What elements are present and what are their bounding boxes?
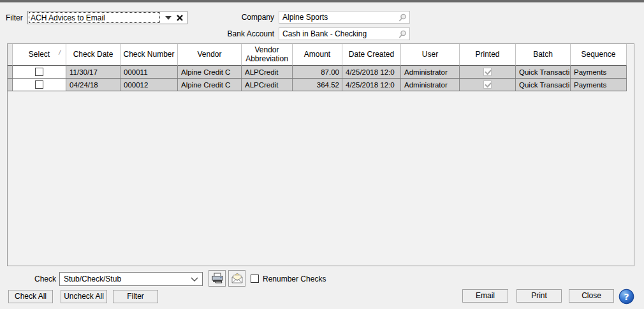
bank-account-value[interactable]: Cash in Bank - Checking [282, 29, 395, 38]
filter-button[interactable]: Filter [113, 290, 158, 303]
check-label: Check [13, 275, 56, 283]
column-header-sequence[interactable]: Sequence [571, 44, 627, 66]
column-header-label: Select [29, 50, 50, 59]
help-icon[interactable]: ? [618, 289, 634, 305]
open-envelope-icon [231, 273, 244, 284]
column-header-date-created[interactable]: Date Created [342, 44, 401, 66]
check-all-button[interactable]: Check All [8, 290, 53, 303]
column-header-vendor-abbreviation[interactable]: Vendor Abbreviation [242, 44, 293, 66]
cell-amount: 87.00 [293, 66, 342, 79]
column-header-amount[interactable]: Amount [293, 44, 342, 66]
cell-printed [460, 66, 516, 79]
cell-vendor: Alpine Credit C [178, 66, 242, 79]
column-header-printed[interactable]: Printed [460, 44, 516, 66]
email-button[interactable]: Email [462, 289, 508, 303]
checks-table: Select / Check Date Check Number Vendor … [7, 43, 634, 266]
clear-filter-icon[interactable] [175, 13, 184, 22]
cell-printed [460, 79, 516, 91]
filter-focus-rect [29, 12, 160, 23]
bank-account-field[interactable]: Cash in Bank - Checking [279, 27, 410, 40]
table-corner-cell [8, 44, 13, 66]
search-icon[interactable] [397, 29, 407, 40]
cell-batch: Quick Transacti [516, 79, 571, 91]
close-button[interactable]: Close [569, 289, 614, 303]
renumber-checks-label: Renumber Checks [263, 275, 326, 283]
cell-user: Administrator [401, 66, 460, 79]
cell-amount: 364.52 [293, 79, 342, 91]
check-format-value[interactable]: Stub/Check/Stub [64, 275, 187, 283]
select-checkbox[interactable] [35, 68, 43, 76]
company-label: Company [191, 13, 274, 22]
help-glyph: ? [624, 292, 629, 302]
column-header-check-date[interactable]: Check Date [66, 44, 121, 66]
window-top-edge [0, 0, 644, 3]
check-format-select[interactable]: Stub/Check/Stub [59, 272, 203, 286]
cell-vendor-abbreviation: ALPCredit [242, 66, 293, 79]
column-header-check-number[interactable]: Check Number [121, 44, 178, 66]
filter-label: Filter [6, 13, 23, 22]
print-checks-button[interactable] [209, 270, 226, 287]
row-header[interactable] [8, 79, 13, 91]
chevron-down-icon[interactable] [165, 16, 172, 20]
column-header-vendor[interactable]: Vendor [178, 44, 242, 66]
printer-icon [211, 273, 224, 284]
cell-sequence: Payments [571, 66, 627, 79]
bank-account-label: Bank Account [191, 29, 274, 38]
cell-date-created: 4/25/2018 12:0 [342, 66, 401, 79]
column-header-batch[interactable]: Batch [516, 44, 571, 66]
select-checkbox[interactable] [35, 80, 43, 89]
search-icon[interactable] [397, 13, 407, 23]
row-header[interactable] [8, 66, 13, 79]
printed-checkbox-checked-icon [483, 80, 492, 89]
cell-user: Administrator [401, 79, 460, 91]
column-header-user[interactable]: User [401, 44, 460, 66]
sort-ascending-icon: / [59, 49, 61, 57]
cell-check-number: 000011 [121, 66, 178, 79]
company-field[interactable]: Alpine Sports [279, 11, 410, 24]
renumber-checks-checkbox[interactable] [251, 275, 259, 283]
company-value[interactable]: Alpine Sports [282, 13, 395, 22]
select-cell [13, 66, 66, 79]
cell-check-number: 000012 [121, 79, 178, 91]
column-header-select[interactable]: Select / [13, 44, 66, 66]
cell-check-date: 04/24/18 [66, 79, 121, 91]
filter-combobox[interactable]: ACH Advices to Email [27, 11, 187, 24]
chevron-down-icon[interactable] [191, 277, 198, 282]
uncheck-all-button[interactable]: Uncheck All [61, 290, 107, 303]
cell-vendor-abbreviation: ALPCredit [242, 79, 293, 91]
select-cell [13, 79, 66, 91]
cell-batch: Quick Transacti [516, 66, 571, 79]
cell-vendor: Alpine Credit C [178, 79, 242, 91]
cell-check-date: 11/30/17 [66, 66, 121, 79]
cell-sequence: Payments [571, 79, 627, 91]
email-checks-button[interactable] [228, 270, 245, 287]
printed-checkbox-checked-icon [483, 68, 492, 76]
cell-date-created: 4/25/2018 12:0 [342, 79, 401, 91]
print-button[interactable]: Print [516, 289, 562, 303]
